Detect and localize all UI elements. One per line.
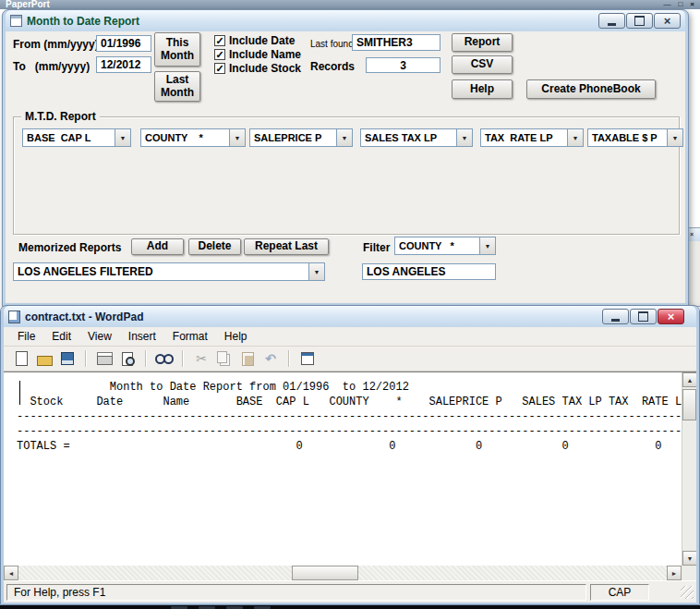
paste-icon[interactable] (237, 349, 258, 368)
vertical-scrollbar[interactable]: ▲ ▼ (682, 372, 696, 566)
include-name-label: Include Name (229, 48, 301, 61)
vertical-scroll-track[interactable] (682, 387, 696, 551)
screen: PaperPort Month to Date Report (0, 0, 700, 609)
field-dropdown-3[interactable]: SALEPRICE P (249, 128, 353, 147)
close-button[interactable] (654, 13, 681, 29)
paperport-title: PaperPort (0, 0, 50, 9)
field-dropdown-1[interactable]: BASE CAP L (22, 128, 131, 147)
include-stock-label: Include Stock (229, 62, 301, 75)
toolbar-separator (85, 350, 87, 367)
chevron-down-icon[interactable] (308, 263, 324, 280)
close-icon[interactable] (690, 0, 694, 9)
document-separator-line: ----------------------------------------… (17, 424, 682, 439)
filter-dropdown[interactable]: COUNTY * (394, 237, 496, 255)
maximize-button[interactable] (630, 309, 657, 324)
close-button[interactable] (658, 309, 684, 324)
menu-edit[interactable]: Edit (43, 328, 79, 345)
maximize-button[interactable] (626, 13, 653, 29)
scroll-right-icon[interactable]: ► (667, 566, 682, 580)
status-message: For Help, press F1 (6, 584, 586, 601)
toolbar-separator (145, 350, 147, 367)
field-dropdown-2[interactable]: COUNTY * (140, 128, 246, 147)
print-icon[interactable] (94, 349, 115, 368)
wordpad-window: contract.txt - WordPad File Edit View In… (0, 305, 700, 605)
wordpad-window-frame: contract.txt - WordPad File Edit View In… (1, 306, 699, 604)
background-window-fragment (687, 227, 700, 307)
wordpad-toolbar (4, 347, 696, 371)
to-label: To (mm/yyyy) (13, 60, 90, 73)
taskbar-edge (0, 605, 700, 609)
from-label: From (mm/yyyy) (13, 38, 99, 51)
include-stock-checkbox[interactable]: Include Stock (214, 62, 301, 75)
filter-value-field[interactable]: LOS ANGELES (362, 263, 496, 280)
checkbox-checked-icon (214, 63, 225, 74)
chevron-down-icon[interactable] (456, 129, 472, 146)
report-button[interactable]: Report (452, 33, 513, 52)
checkbox-checked-icon (214, 49, 225, 60)
save-icon[interactable] (57, 349, 78, 368)
csv-button[interactable]: CSV (452, 55, 513, 74)
horizontal-scroll-track[interactable] (18, 566, 667, 580)
new-document-icon[interactable] (11, 349, 31, 368)
field-dropdown-6[interactable]: TAXABLE $ P (587, 128, 683, 147)
copy-icon[interactable] (214, 349, 235, 368)
paperport-titlebar: PaperPort (0, 0, 700, 9)
field-dropdown-5[interactable]: TAX RATE LP (480, 128, 584, 147)
wordpad-statusbar: For Help, press F1 CAP (4, 580, 696, 603)
repeat-last-button[interactable]: Repeat Last (244, 238, 329, 255)
chevron-down-icon[interactable] (115, 129, 130, 146)
menu-view[interactable]: View (79, 328, 120, 345)
field-dropdown-4[interactable]: SALES TAX LP (360, 128, 473, 147)
vertical-scroll-thumb[interactable] (682, 389, 696, 420)
document-totals-line: TOTALS = 0 0 0 0 0 (17, 439, 682, 454)
cut-icon[interactable] (191, 349, 211, 368)
scroll-up-icon[interactable]: ▲ (682, 372, 696, 387)
help-button[interactable]: Help (452, 79, 513, 99)
delete-button[interactable]: Delete (188, 238, 241, 255)
field-dropdown-4-value: SALES TAX LP (365, 132, 437, 143)
minimize-button[interactable] (602, 309, 629, 324)
maximize-icon[interactable] (678, 0, 682, 9)
chevron-down-icon[interactable] (567, 129, 583, 146)
horizontal-scrollbar[interactable]: ◄ ► (4, 566, 696, 580)
document-area[interactable]: Month to Date Report from 01/1996 to 12/… (4, 372, 682, 566)
chevron-down-icon[interactable] (479, 238, 495, 254)
menu-help[interactable]: Help (216, 328, 256, 345)
close-icon[interactable] (690, 230, 694, 239)
include-date-label: Include Date (229, 34, 295, 47)
date-time-icon[interactable] (297, 349, 318, 368)
memorized-report-dropdown[interactable]: LOS ANGELES FILTERED (13, 262, 325, 281)
minimize-button[interactable] (598, 13, 625, 29)
horizontal-scroll-thumb[interactable] (292, 566, 358, 580)
print-preview-icon[interactable] (117, 349, 138, 368)
last-month-button[interactable]: Last Month (154, 71, 200, 102)
this-month-button[interactable]: This Month (154, 32, 200, 67)
from-input[interactable]: 01/1996 (96, 35, 151, 52)
last-found-field[interactable]: SMITHER3 (352, 34, 441, 51)
minimize-icon[interactable] (663, 0, 670, 9)
records-field[interactable]: 3 (366, 57, 441, 73)
find-icon[interactable] (154, 349, 175, 368)
chevron-down-icon[interactable] (667, 129, 682, 146)
include-name-checkbox[interactable]: Include Name (214, 48, 301, 61)
undo-icon[interactable] (260, 349, 281, 368)
chevron-down-icon[interactable] (229, 129, 245, 146)
caps-lock-indicator: CAP (590, 584, 649, 601)
field-dropdown-3-value: SALEPRICE P (254, 132, 321, 143)
mtd-window-title: Month to Date Report (27, 15, 139, 28)
menu-insert[interactable]: Insert (120, 328, 164, 345)
menu-format[interactable]: Format (164, 328, 216, 345)
to-input[interactable]: 12/2012 (96, 56, 151, 73)
add-button[interactable]: Add (131, 238, 184, 255)
include-date-checkbox[interactable]: Include Date (214, 34, 295, 47)
open-file-icon[interactable] (34, 349, 54, 368)
create-phonebook-button[interactable]: Create PhoneBook (526, 79, 656, 99)
mtd-titlebar: Month to Date Report (6, 10, 685, 31)
scroll-down-icon[interactable]: ▼ (682, 551, 696, 566)
scroll-left-icon[interactable]: ◄ (4, 566, 18, 580)
menu-file[interactable]: File (9, 328, 43, 345)
filter-dropdown-value: COUNTY * (399, 240, 454, 251)
chevron-down-icon[interactable] (336, 129, 352, 146)
text-caret (19, 381, 20, 405)
resize-grip[interactable] (681, 586, 694, 599)
